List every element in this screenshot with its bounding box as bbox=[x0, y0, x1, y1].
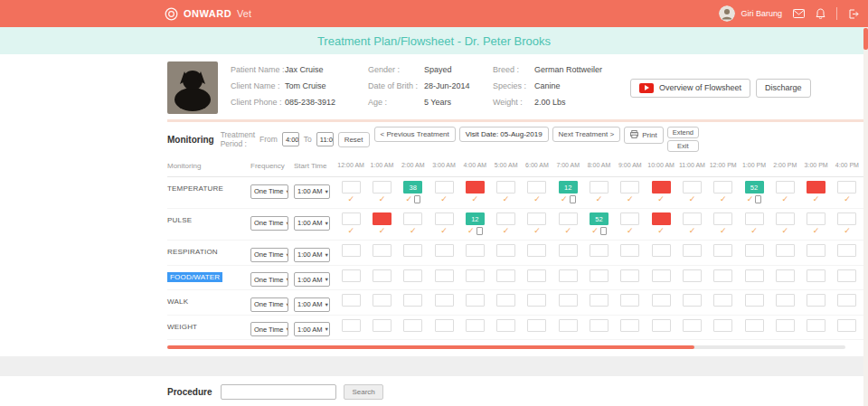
time-cell[interactable] bbox=[459, 294, 490, 307]
procedure-search-input[interactable] bbox=[221, 384, 336, 400]
time-cell[interactable] bbox=[800, 269, 831, 282]
value-badge[interactable]: 12 bbox=[466, 212, 485, 225]
entry-cell[interactable] bbox=[652, 319, 671, 332]
time-cell[interactable] bbox=[615, 294, 646, 307]
mail-icon[interactable] bbox=[793, 9, 805, 18]
entry-cell[interactable] bbox=[559, 294, 578, 307]
entry-cell[interactable] bbox=[435, 212, 454, 225]
time-cell[interactable]: 12✓ bbox=[552, 181, 583, 205]
time-cell[interactable] bbox=[708, 244, 739, 257]
alert-cell[interactable] bbox=[466, 181, 485, 194]
time-cell[interactable] bbox=[769, 269, 800, 282]
time-cell[interactable] bbox=[583, 294, 614, 307]
to-time-select[interactable]: 11:00 PM ▼ bbox=[316, 132, 334, 146]
entry-cell[interactable] bbox=[590, 319, 609, 332]
time-cell[interactable]: ✓ bbox=[615, 181, 646, 205]
entry-cell[interactable] bbox=[496, 181, 515, 194]
time-cell[interactable] bbox=[335, 244, 366, 257]
entry-cell[interactable] bbox=[745, 212, 764, 225]
time-cell[interactable] bbox=[615, 319, 646, 332]
entry-cell[interactable] bbox=[776, 294, 795, 307]
time-cell[interactable]: ✓ bbox=[769, 212, 800, 237]
entry-cell[interactable] bbox=[590, 294, 609, 307]
frequency-select[interactable]: One Time▼ bbox=[250, 216, 288, 231]
time-cell[interactable]: ✓ bbox=[708, 181, 739, 205]
time-cell[interactable] bbox=[552, 244, 583, 257]
time-cell[interactable]: 12✓ bbox=[459, 212, 490, 237]
time-cell[interactable] bbox=[832, 319, 863, 332]
alert-cell[interactable] bbox=[807, 181, 826, 194]
time-cell[interactable] bbox=[490, 319, 521, 332]
time-cell[interactable] bbox=[832, 269, 863, 282]
entry-cell[interactable] bbox=[342, 181, 361, 194]
entry-cell[interactable] bbox=[527, 294, 546, 307]
entry-cell[interactable] bbox=[713, 212, 732, 225]
time-cell[interactable] bbox=[398, 244, 429, 257]
time-cell[interactable]: ✓ bbox=[832, 181, 863, 205]
value-badge[interactable]: 52 bbox=[590, 212, 609, 225]
entry-cell[interactable] bbox=[435, 269, 454, 282]
time-cell[interactable] bbox=[739, 294, 769, 307]
entry-cell[interactable] bbox=[403, 294, 422, 307]
entry-cell[interactable] bbox=[807, 294, 826, 307]
time-cell[interactable]: ✓ bbox=[800, 212, 831, 237]
entry-cell[interactable] bbox=[652, 269, 671, 282]
exit-button[interactable]: Exit bbox=[667, 140, 699, 152]
entry-cell[interactable] bbox=[403, 319, 422, 332]
start-time-select[interactable]: 1:00 AM▼ bbox=[294, 322, 330, 336]
entry-cell[interactable] bbox=[776, 244, 795, 257]
entry-cell[interactable] bbox=[466, 269, 485, 282]
time-cell[interactable] bbox=[429, 269, 459, 282]
reset-button[interactable]: Reset bbox=[338, 132, 370, 147]
time-cell[interactable]: ✓ bbox=[552, 212, 583, 237]
time-cell[interactable] bbox=[676, 319, 707, 332]
time-cell[interactable] bbox=[676, 294, 707, 307]
time-cell[interactable] bbox=[522, 269, 552, 282]
entry-cell[interactable] bbox=[496, 244, 515, 257]
entry-cell[interactable] bbox=[373, 269, 392, 282]
time-cell[interactable] bbox=[739, 319, 769, 332]
time-cell[interactable] bbox=[646, 269, 676, 282]
entry-cell[interactable] bbox=[527, 244, 546, 257]
entry-cell[interactable] bbox=[683, 181, 702, 194]
entry-cell[interactable] bbox=[435, 181, 454, 194]
note-document-icon[interactable] bbox=[414, 195, 420, 203]
time-cell[interactable] bbox=[615, 269, 646, 282]
entry-cell[interactable] bbox=[713, 181, 732, 194]
entry-cell[interactable] bbox=[683, 269, 702, 282]
entry-cell[interactable] bbox=[620, 212, 639, 225]
entry-cell[interactable] bbox=[837, 181, 856, 194]
time-cell[interactable] bbox=[490, 269, 521, 282]
note-document-icon[interactable] bbox=[755, 195, 761, 203]
time-cell[interactable] bbox=[429, 294, 459, 307]
time-cell[interactable] bbox=[366, 294, 397, 307]
time-cell[interactable] bbox=[739, 269, 769, 282]
start-time-select[interactable]: 1:00 AM▼ bbox=[294, 216, 330, 231]
frequency-select[interactable]: One Time▼ bbox=[250, 248, 288, 262]
time-cell[interactable] bbox=[676, 244, 707, 257]
time-cell[interactable] bbox=[335, 294, 366, 307]
note-document-icon[interactable] bbox=[600, 227, 607, 235]
entry-cell[interactable] bbox=[713, 244, 732, 257]
time-cell[interactable]: ✓ bbox=[429, 212, 459, 237]
entry-cell[interactable] bbox=[590, 181, 609, 194]
time-cell[interactable]: ✓ bbox=[522, 181, 552, 205]
entry-cell[interactable] bbox=[837, 269, 856, 282]
entry-cell[interactable] bbox=[435, 294, 454, 307]
visit-date-button[interactable]: Visit Date: 05-Aug-2019 bbox=[459, 127, 549, 142]
time-cell[interactable] bbox=[769, 319, 800, 332]
entry-cell[interactable] bbox=[745, 319, 764, 332]
entry-cell[interactable] bbox=[559, 319, 578, 332]
time-cell[interactable] bbox=[800, 294, 831, 307]
time-cell[interactable] bbox=[490, 244, 521, 257]
time-cell[interactable]: ✓ bbox=[708, 212, 739, 237]
time-cell[interactable]: ✓ bbox=[490, 212, 521, 237]
time-cell[interactable] bbox=[646, 294, 676, 307]
entry-cell[interactable] bbox=[745, 294, 764, 307]
time-cell[interactable]: ✓ bbox=[398, 212, 429, 237]
note-document-icon[interactable] bbox=[570, 195, 576, 203]
time-cell[interactable] bbox=[429, 319, 459, 332]
entry-cell[interactable] bbox=[559, 269, 578, 282]
time-cell[interactable] bbox=[366, 244, 397, 257]
entry-cell[interactable] bbox=[620, 181, 639, 194]
